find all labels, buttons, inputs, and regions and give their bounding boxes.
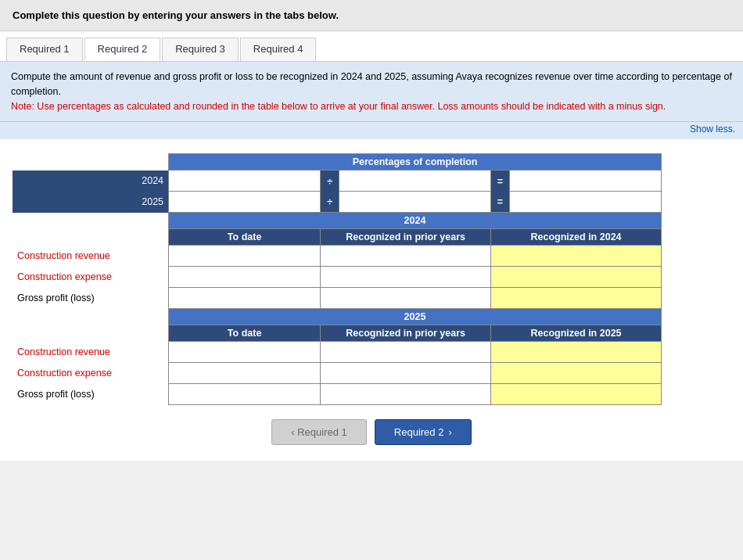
completion-header-row: Percentages of completion bbox=[13, 154, 662, 171]
tab-required4[interactable]: Required 4 bbox=[240, 38, 317, 61]
revenue-2024-prior[interactable] bbox=[321, 246, 491, 267]
completion-2024-result[interactable] bbox=[509, 171, 661, 192]
col-recognized-2024: Recognized in 2024 bbox=[491, 229, 662, 246]
profit-2025-prior[interactable] bbox=[321, 384, 491, 405]
revenue-2025-recognized[interactable] bbox=[491, 342, 662, 363]
label-construction-expense-2025: Construction expense bbox=[13, 363, 169, 384]
top-instruction: Complete this question by entering your … bbox=[0, 0, 743, 31]
expense-2025-prior[interactable] bbox=[321, 363, 491, 384]
expense-2024-todate[interactable] bbox=[169, 267, 321, 288]
section-2024-columns: To date Recognized in prior years Recogn… bbox=[13, 229, 662, 246]
description-main: Compute the amount of revenue and gross … bbox=[11, 70, 732, 99]
col-recognized-2025: Recognized in 2025 bbox=[491, 325, 662, 342]
revenue-2024-recognized[interactable] bbox=[491, 246, 662, 267]
tab-required2[interactable]: Required 2 bbox=[84, 38, 161, 61]
label-construction-revenue-2024: Construction revenue bbox=[13, 246, 169, 267]
row-construction-revenue-2025: Construction revenue bbox=[13, 342, 662, 363]
label-gross-profit-2025: Gross profit (loss) bbox=[13, 384, 169, 405]
completion-header: Percentages of completion bbox=[169, 154, 662, 171]
completion-2025-result[interactable] bbox=[509, 192, 661, 213]
next-button-label: Required 2 bbox=[394, 426, 444, 438]
prev-chevron-icon: ‹ bbox=[291, 426, 294, 438]
tab-required1[interactable]: Required 1 bbox=[6, 38, 83, 61]
revenue-2024-todate[interactable] bbox=[169, 246, 321, 267]
completion-2025-input2[interactable] bbox=[339, 192, 490, 213]
revenue-2025-prior[interactable] bbox=[321, 342, 491, 363]
completion-2024-input1[interactable] bbox=[169, 171, 321, 192]
nav-buttons: ‹ Required 1 Required 2 › bbox=[13, 419, 730, 445]
tab-required3[interactable]: Required 3 bbox=[162, 38, 239, 61]
row-gross-profit-2024: Gross profit (loss) bbox=[13, 288, 662, 309]
expense-2025-recognized[interactable] bbox=[491, 363, 662, 384]
profit-2025-todate[interactable] bbox=[169, 384, 321, 405]
prev-button-label: Required 1 bbox=[297, 426, 347, 438]
next-chevron-icon: › bbox=[448, 426, 451, 438]
description-box: Compute the amount of revenue and gross … bbox=[0, 62, 743, 122]
col-to-date-2025: To date bbox=[169, 325, 321, 342]
prev-button[interactable]: ‹ Required 1 bbox=[271, 419, 367, 445]
section-2024-title: 2024 bbox=[169, 213, 662, 229]
col-prior-2024: Recognized in prior years bbox=[321, 229, 491, 246]
year-2025-label: 2025 bbox=[13, 192, 169, 213]
expense-2024-recognized[interactable] bbox=[491, 267, 662, 288]
row-construction-revenue-2024: Construction revenue bbox=[13, 246, 662, 267]
label-construction-expense-2024: Construction expense bbox=[13, 267, 169, 288]
completion-2025-input1[interactable] bbox=[169, 192, 321, 213]
expense-2024-prior[interactable] bbox=[321, 267, 491, 288]
label-construction-revenue-2025: Construction revenue bbox=[13, 342, 169, 363]
section-2025-columns: To date Recognized in prior years Recogn… bbox=[13, 325, 662, 342]
row-construction-expense-2024: Construction expense bbox=[13, 267, 662, 288]
label-gross-profit-2024: Gross profit (loss) bbox=[13, 288, 169, 309]
profit-2024-prior[interactable] bbox=[321, 288, 491, 309]
profit-2024-recognized[interactable] bbox=[491, 288, 662, 309]
show-less-link[interactable]: Show less. bbox=[0, 122, 743, 139]
completion-row-2025: 2025 ÷ = bbox=[13, 192, 662, 213]
revenue-2025-todate[interactable] bbox=[169, 342, 321, 363]
row-construction-expense-2025: Construction expense bbox=[13, 363, 662, 384]
main-content: Percentages of completion 2024 ÷ = 2025 … bbox=[0, 139, 743, 461]
section-2025-header: 2025 bbox=[13, 309, 662, 325]
next-button[interactable]: Required 2 › bbox=[375, 419, 472, 445]
year-2024-label: 2024 bbox=[13, 171, 169, 192]
section-2025-title: 2025 bbox=[169, 309, 662, 325]
completion-row-2024: 2024 ÷ = bbox=[13, 171, 662, 192]
tabs-bar: Required 1 Required 2 Required 3 Require… bbox=[0, 31, 743, 62]
col-to-date-2024: To date bbox=[169, 229, 321, 246]
row-gross-profit-2025: Gross profit (loss) bbox=[13, 384, 662, 405]
profit-2024-todate[interactable] bbox=[169, 288, 321, 309]
section-2024-header: 2024 bbox=[13, 213, 662, 229]
profit-2025-recognized[interactable] bbox=[491, 384, 662, 405]
description-note: Note: Use percentages as calculated and … bbox=[11, 99, 732, 114]
col-prior-2025: Recognized in prior years bbox=[321, 325, 491, 342]
main-table: Percentages of completion 2024 ÷ = 2025 … bbox=[13, 153, 662, 405]
completion-2024-input2[interactable] bbox=[339, 171, 490, 192]
expense-2025-todate[interactable] bbox=[169, 363, 321, 384]
